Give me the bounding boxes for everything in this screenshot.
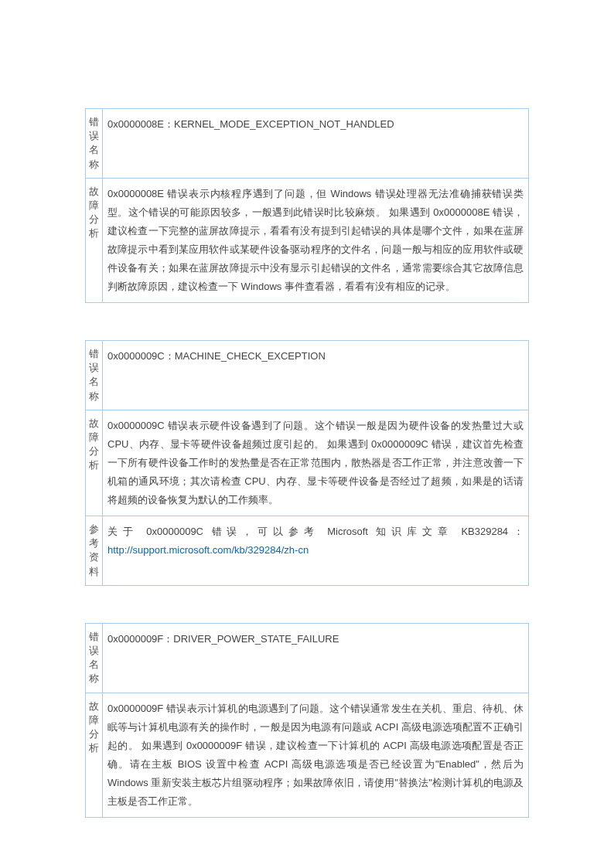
error-name: 0x0000009C：MACHINE_CHECK_EXCEPTION <box>103 341 529 410</box>
ref-link[interactable]: http://support.microsoft.com/kb/329284/z… <box>107 544 309 556</box>
error-analysis: 0x0000009F 错误表示计算机的电源遇到了问题。这个错误通常发生在关机、重… <box>103 693 529 817</box>
label-analysis: 故障分析 <box>86 693 103 817</box>
error-analysis: 0x0000008E 错误表示内核程序遇到了问题，但 Windows 错误处理器… <box>103 178 529 302</box>
error-box-8e: 错误名称 0x0000008E：KERNEL_MODE_EXCEPTION_NO… <box>85 108 529 303</box>
label-ref: 参考资料 <box>86 516 103 586</box>
ref-text: 关于 0x0000009C 错误，可以参考 Microsoft 知识库文章 KB… <box>107 526 524 537</box>
label-analysis: 故障分析 <box>86 178 103 302</box>
error-name: 0x0000009F：DRIVER_POWER_STATE_FAILURE <box>103 623 529 693</box>
error-box-9f: 错误名称 0x0000009F：DRIVER_POWER_STATE_FAILU… <box>85 623 529 818</box>
error-box-9c: 错误名称 0x0000009C：MACHINE_CHECK_EXCEPTION … <box>85 340 529 586</box>
label-name: 错误名称 <box>86 109 103 179</box>
label-name: 错误名称 <box>86 623 103 693</box>
error-analysis: 0x0000009C 错误表示硬件设备遇到了问题。这个错误一般是因为硬件设备的发… <box>103 410 529 516</box>
error-ref: 关于 0x0000009C 错误，可以参考 Microsoft 知识库文章 KB… <box>103 516 529 586</box>
label-name: 错误名称 <box>86 341 103 410</box>
error-name: 0x0000008E：KERNEL_MODE_EXCEPTION_NOT_HAN… <box>103 109 529 179</box>
label-analysis: 故障分析 <box>86 410 103 516</box>
